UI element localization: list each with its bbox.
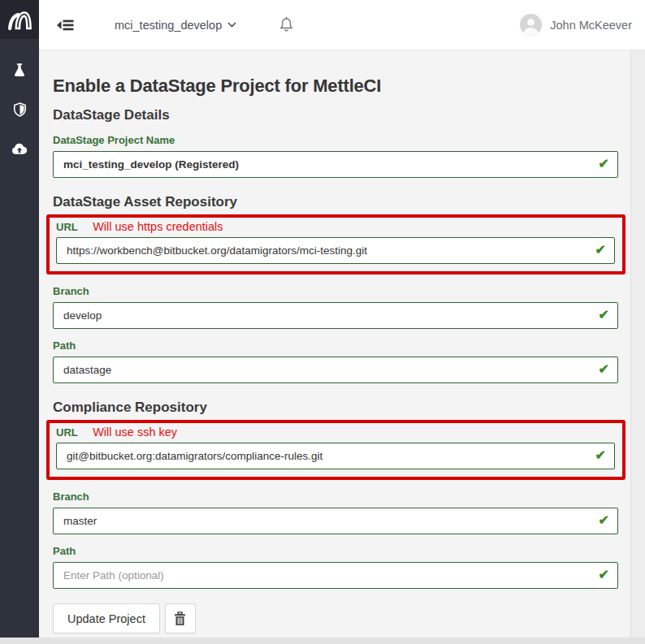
- annotation-box-https: URL Will use https credentials ✔: [46, 214, 626, 274]
- compliance-path-label: Path: [53, 545, 618, 557]
- sidebar: [0, 0, 39, 638]
- annotation-box-ssh: URL Will use ssh key ✔: [46, 420, 626, 480]
- cloud-upload-icon: [11, 141, 28, 156]
- compliance-url-field: ✔: [56, 443, 615, 469]
- project-name-field: ✔: [53, 151, 618, 178]
- notifications-button[interactable]: [279, 16, 294, 33]
- asset-url-field: ✔: [56, 237, 615, 264]
- project-selector-label: mci_testing_develop: [115, 19, 222, 32]
- project-name-input[interactable]: [53, 151, 618, 178]
- menu-icon: [57, 19, 74, 32]
- project-name-label: DataStage Project Name: [53, 134, 618, 146]
- asset-branch-field: ✔: [53, 302, 618, 329]
- update-project-button[interactable]: Update Project: [53, 603, 160, 633]
- notification-bell-icon: [279, 16, 294, 33]
- flask-icon: [11, 63, 28, 79]
- shield-icon: [12, 102, 28, 118]
- chevron-down-icon: [227, 22, 236, 28]
- compliance-url-label: URL: [56, 426, 78, 439]
- section-asset-repository: DataStage Asset Repository: [53, 194, 618, 210]
- sidebar-item-testing[interactable]: [11, 62, 28, 80]
- page-title: Enable a DataStage Project for MettleCI: [53, 76, 618, 97]
- compliance-branch-field: ✔: [53, 508, 618, 534]
- asset-path-field: ✔: [53, 357, 618, 383]
- compliance-branch-label: Branch: [53, 491, 618, 503]
- main-content: Enable a DataStage Project for MettleCI …: [39, 50, 630, 638]
- user-avatar-icon: [520, 14, 542, 36]
- asset-url-label: URL: [56, 221, 78, 233]
- delete-project-button[interactable]: [165, 603, 196, 633]
- asset-branch-label: Branch: [53, 285, 618, 297]
- horizontal-scrollbar-track[interactable]: [0, 638, 645, 644]
- section-compliance-repository: Compliance Repository: [53, 400, 618, 416]
- asset-url-input[interactable]: [56, 237, 615, 264]
- asset-url-annotation: Will use https credentials: [93, 220, 223, 233]
- user-name: John McKeever: [550, 19, 632, 32]
- sidebar-item-compliance[interactable]: [11, 101, 28, 119]
- project-selector-dropdown[interactable]: mci_testing_develop: [115, 19, 236, 32]
- compliance-path-field: ✔: [53, 562, 618, 589]
- button-row: Update Project: [53, 603, 618, 633]
- asset-branch-input[interactable]: [53, 302, 618, 329]
- topbar: mci_testing_develop John McKeever: [39, 0, 645, 50]
- compliance-url-annotation: Will use ssh key: [93, 426, 177, 439]
- mettleci-logo[interactable]: [0, 0, 39, 39]
- sidebar-toggle-button[interactable]: [57, 19, 74, 32]
- compliance-url-input[interactable]: [56, 443, 615, 469]
- asset-path-input[interactable]: [53, 357, 618, 383]
- trash-icon: [174, 612, 186, 626]
- scrollbar-track[interactable]: [630, 50, 645, 638]
- mettleci-logo-icon: [6, 6, 33, 33]
- asset-path-label: Path: [53, 339, 618, 352]
- user-menu[interactable]: John McKeever: [520, 14, 632, 36]
- compliance-branch-input[interactable]: [53, 508, 618, 534]
- compliance-path-input[interactable]: [53, 562, 618, 589]
- sidebar-item-deploy[interactable]: [11, 140, 28, 158]
- section-datastage-details: DataStage Details: [53, 107, 618, 123]
